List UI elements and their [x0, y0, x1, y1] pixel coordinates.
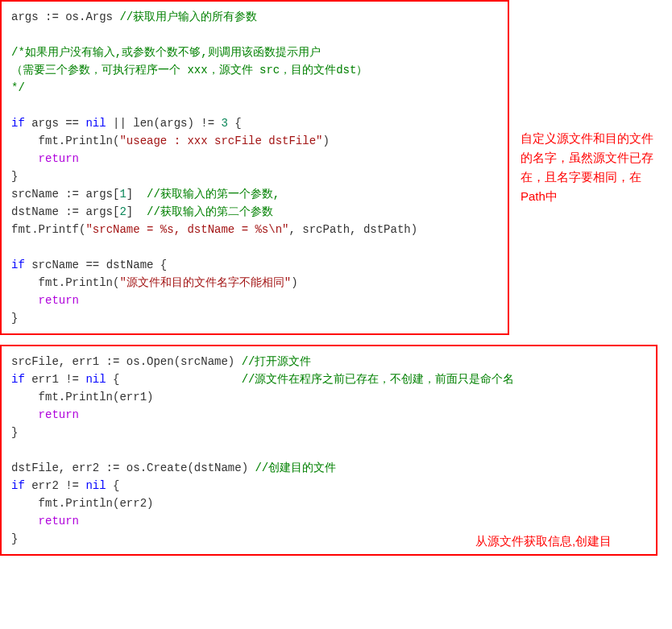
annotation-1: 自定义源文件和目的文件的名字，虽然源文件已存在，且名字要相同，在Path中: [521, 129, 657, 206]
code-text: ): [322, 134, 329, 147]
code-text: {: [228, 117, 242, 130]
code-text: }: [11, 426, 18, 439]
code-text: [11, 515, 39, 528]
code-text: fmt.Printf(: [11, 223, 85, 236]
keyword-return: return: [39, 515, 79, 528]
keyword: if: [11, 117, 25, 130]
comment: //源文件在程序之前已存在，不创建，前面只是命个名: [242, 373, 515, 386]
keyword: if: [11, 259, 25, 271]
code-text: dstFile, err2 := os.Create(dstName): [11, 461, 255, 474]
code-text: ]: [127, 188, 147, 201]
code-text: {: [106, 373, 242, 386]
code-text: }: [11, 532, 18, 545]
code-text: , srcPath, dstPath): [288, 223, 417, 236]
keyword: if: [11, 479, 25, 492]
code-text: }: [11, 170, 18, 183]
comment: //打开源文件: [242, 355, 312, 368]
comment: //创建目的文件: [255, 461, 336, 474]
code-text: err2 !=: [25, 479, 86, 492]
code-text: [11, 152, 39, 165]
keyword: nil: [85, 479, 106, 492]
code-text: || len(args) !=: [106, 117, 222, 130]
comment: /*如果用户没有输入,或参数个数不够,则调用该函数提示用户: [11, 46, 321, 59]
code-text: [11, 294, 39, 307]
page-wrap: args := os.Args //获取用户输入的所有参数 /*如果用户没有输入…: [0, 0, 672, 556]
comment: */: [11, 81, 25, 94]
code-text: err1 !=: [25, 373, 86, 386]
code-text: fmt.Println(: [11, 134, 119, 147]
comment: //获取用户输入的所有参数: [119, 10, 257, 23]
code-text: fmt.Println(err2): [11, 497, 153, 510]
number: 3: [221, 117, 227, 130]
code-text: fmt.Println(err1): [11, 391, 153, 403]
code-text: ): [291, 276, 297, 289]
comment: //获取输入的第一个参数,: [147, 188, 280, 201]
code-text: }: [11, 312, 18, 325]
keyword: nil: [85, 117, 106, 130]
comment: //获取输入的第二个参数: [147, 205, 273, 218]
code-text: srcFile, err1 := os.Open(srcName): [11, 355, 242, 368]
keyword-return: return: [39, 152, 79, 165]
code-text: dstName := args[: [11, 205, 119, 218]
code-text: srcName := args[: [11, 188, 119, 201]
string: "useage : xxx srcFile dstFile": [119, 134, 322, 147]
keyword-return: return: [39, 294, 79, 307]
comment: （需要三个参数，可执行程序一个 xxx，源文件 src，目的文件dst）: [11, 64, 367, 77]
code-text: ]: [127, 205, 147, 218]
number: 1: [119, 188, 126, 201]
keyword: if: [11, 373, 25, 386]
code-text: srcName == dstName {: [25, 259, 167, 271]
code-text: {: [106, 479, 120, 492]
code-text: fmt.Println(: [11, 276, 119, 289]
string: "srcName = %s, dstName = %s\n": [85, 223, 288, 236]
string: "源文件和目的文件名字不能相同": [119, 276, 291, 289]
code-text: [11, 408, 39, 421]
code-text: args := os.Args: [11, 10, 119, 23]
keyword-return: return: [39, 408, 79, 421]
code-block-1: args := os.Args //获取用户输入的所有参数 /*如果用户没有输入…: [0, 0, 509, 335]
number: 2: [119, 205, 126, 218]
annotation-2: 从源文件获取信息,创建目的文件: [475, 532, 612, 556]
code-block-2: srcFile, err1 := os.Open(srcName) //打开源文…: [0, 345, 657, 556]
keyword: nil: [85, 373, 106, 386]
code-text: args ==: [25, 117, 86, 130]
